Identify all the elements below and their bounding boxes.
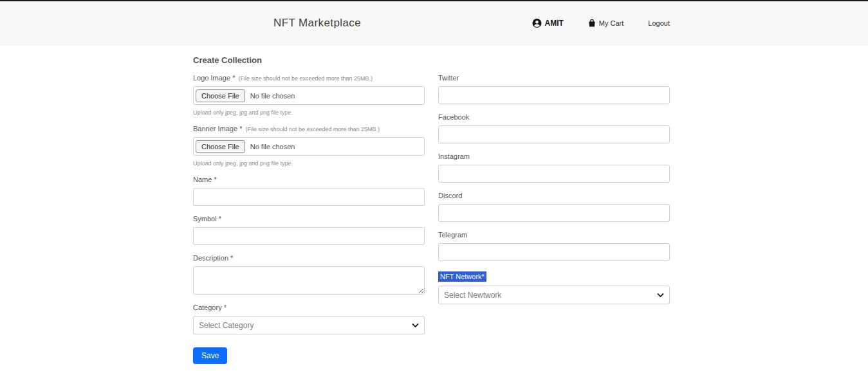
instagram-input[interactable]	[438, 165, 670, 183]
banner-help-text: Upload only jpeg, jpg and png file type.	[193, 160, 425, 167]
category-label: Category *	[193, 304, 425, 311]
app-title: NFT Marketplace	[273, 17, 361, 30]
telegram-field: Telegram	[438, 231, 670, 261]
save-button[interactable]: Save	[193, 347, 227, 364]
banner-file-status: No file chosen	[250, 143, 295, 151]
twitter-field: Twitter	[438, 74, 670, 104]
instagram-field: Instagram	[438, 152, 670, 183]
logo-file-input[interactable]: Choose File No file chosen	[193, 86, 425, 105]
logo-help-text: Upload only jpeg, jpg and png file type.	[193, 109, 425, 116]
symbol-input[interactable]	[193, 227, 425, 245]
discord-field: Discord	[438, 192, 670, 222]
discord-input[interactable]	[438, 204, 670, 222]
form: Logo Image * (File size should not be ex…	[193, 74, 868, 364]
logo-file-status: No file chosen	[250, 92, 295, 100]
telegram-input[interactable]	[438, 243, 670, 261]
banner-image-size-note: (File size should not be exceeded more t…	[246, 126, 380, 133]
instagram-label: Instagram	[438, 152, 670, 160]
twitter-input[interactable]	[438, 86, 670, 104]
user-name: AMIT	[545, 19, 564, 28]
banner-image-field: Banner Image * (File size should not be …	[193, 125, 425, 167]
form-right-column: Twitter Facebook Instagram Discord Teleg…	[438, 74, 670, 313]
nft-network-select[interactable]: Select Newtwork	[438, 286, 670, 304]
telegram-label: Telegram	[438, 231, 670, 239]
logout-link[interactable]: Logout	[648, 19, 670, 27]
logo-image-size-note: (File size should not be exceeded more t…	[239, 75, 373, 82]
twitter-label: Twitter	[438, 74, 670, 82]
logout-label: Logout	[648, 19, 670, 27]
logo-image-field: Logo Image * (File size should not be ex…	[193, 74, 425, 116]
symbol-field: Symbol *	[193, 215, 425, 245]
cart-icon	[588, 19, 596, 27]
facebook-input[interactable]	[438, 125, 670, 143]
facebook-label: Facebook	[438, 113, 670, 121]
user-menu[interactable]: AMIT	[532, 18, 564, 28]
my-cart-link[interactable]: My Cart	[588, 19, 624, 27]
logo-image-label: Logo Image *	[193, 74, 235, 82]
top-navbar: NFT Marketplace AMIT My Cart Logout	[0, 0, 868, 45]
navbar-menu: AMIT My Cart Logout	[532, 18, 670, 28]
nft-network-field: NFT Network* Select Newtwork	[438, 270, 670, 304]
description-textarea[interactable]	[193, 266, 425, 295]
name-input[interactable]	[193, 188, 425, 206]
my-cart-label: My Cart	[599, 19, 624, 27]
banner-file-input[interactable]: Choose File No file chosen	[193, 137, 425, 156]
user-icon	[532, 18, 542, 28]
page-title: Create Collection	[193, 55, 868, 65]
category-field: Category * Select Category	[193, 304, 425, 334]
nft-network-label: NFT Network*	[438, 271, 486, 282]
name-field: Name *	[193, 176, 425, 206]
symbol-label: Symbol *	[193, 215, 425, 223]
logo-choose-file-button[interactable]: Choose File	[196, 89, 245, 102]
facebook-field: Facebook	[438, 113, 670, 143]
description-label: Description *	[193, 254, 425, 262]
banner-image-label: Banner Image *	[193, 125, 242, 133]
form-left-column: Logo Image * (File size should not be ex…	[193, 74, 425, 364]
create-collection-page: Create Collection Logo Image * (File siz…	[0, 45, 868, 364]
banner-choose-file-button[interactable]: Choose File	[196, 140, 245, 153]
description-field: Description *	[193, 254, 425, 295]
category-select[interactable]: Select Category	[193, 316, 425, 334]
name-label: Name *	[193, 176, 425, 183]
discord-label: Discord	[438, 192, 670, 199]
